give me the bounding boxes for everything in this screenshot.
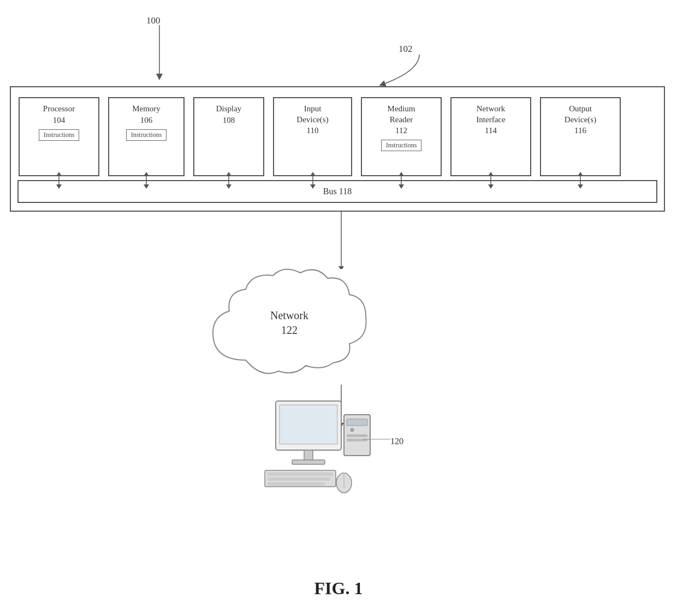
medium-reader-box: MediumReader 112 Instructions [361, 97, 442, 176]
output-devices-name: OutputDevice(s) [565, 104, 596, 125]
svg-rect-32 [304, 450, 313, 461]
bus-label: Bus 118 [323, 187, 352, 196]
memory-box: Memory 106 Instructions [108, 97, 185, 176]
diagram: 100 102 Processor 104 Instructions Memor… [0, 0, 677, 616]
input-devices-box: InputDevice(s) 110 [273, 97, 352, 176]
processor-box: Processor 104 Instructions [19, 97, 99, 176]
display-number: 108 [223, 116, 235, 125]
svg-rect-31 [280, 405, 337, 444]
network-interface-box: NetworkInterface 114 [450, 97, 531, 176]
system-box: Processor 104 Instructions Memory 106 In… [10, 86, 665, 212]
input-devices-name: InputDevice(s) [296, 104, 328, 125]
processor-name: Processor [43, 104, 75, 115]
memory-instructions: Instructions [126, 129, 167, 141]
bus-to-network-arrow [325, 212, 358, 269]
svg-text:Network: Network [270, 309, 308, 321]
medium-reader-instructions: Instructions [381, 140, 422, 151]
output-devices-box: OutputDevice(s) 116 [540, 97, 621, 176]
network-interface-number: 114 [485, 126, 497, 135]
svg-rect-35 [347, 419, 367, 426]
network-interface-name: NetworkInterface [476, 104, 505, 125]
svg-rect-33 [292, 460, 325, 464]
medium-reader-name: MediumReader [388, 104, 415, 125]
display-name: Display [216, 104, 242, 115]
processor-number: 104 [53, 116, 66, 125]
svg-text:122: 122 [281, 324, 298, 336]
processor-instructions: Instructions [39, 129, 80, 141]
arrow-100 [147, 25, 191, 85]
figure-label: FIG. 1 [314, 578, 363, 599]
label-102: 102 [399, 44, 413, 55]
svg-point-36 [351, 428, 354, 432]
memory-number: 106 [140, 116, 153, 125]
medium-reader-number: 112 [395, 126, 407, 135]
label-100: 100 [146, 15, 161, 26]
svg-rect-41 [268, 477, 330, 481]
input-devices-number: 110 [307, 126, 319, 135]
callout-120 [360, 434, 393, 445]
svg-rect-42 [268, 482, 325, 486]
computer-illustration [259, 398, 379, 507]
memory-name: Memory [132, 104, 161, 115]
display-box: Display 108 [193, 97, 264, 176]
svg-rect-40 [268, 473, 333, 476]
output-devices-number: 116 [574, 126, 586, 135]
network-cloud: Network 122 [202, 262, 377, 387]
bus-box: Bus 118 [17, 180, 657, 203]
